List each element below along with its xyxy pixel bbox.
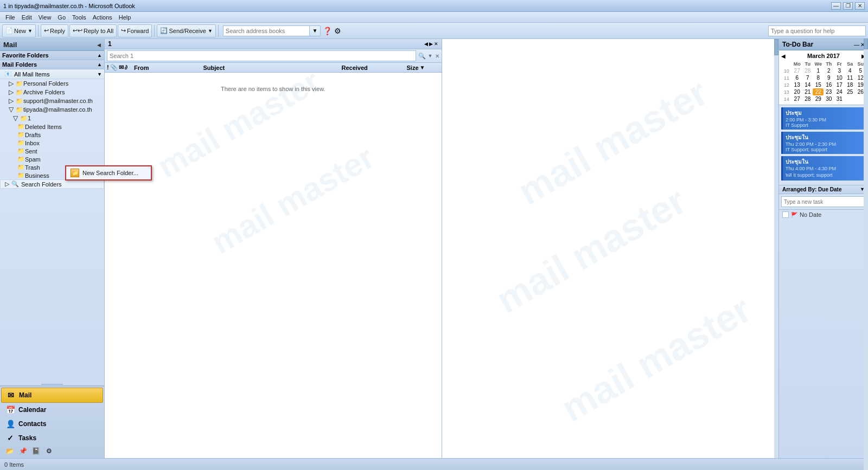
favorite-folders-section[interactable]: Favorite Folders ▲ [0, 51, 104, 60]
cal-day[interactable]: 15 [813, 81, 824, 88]
sidebar-item-spam[interactable]: 📁 Spam [0, 155, 104, 163]
all-mail-items[interactable]: 📧 All Mail Items ▼ [0, 69, 104, 79]
nav-calendar[interactable]: 📅 Calendar [1, 403, 103, 417]
middle-prev-btn[interactable]: ◀ [424, 41, 428, 47]
search-close-btn[interactable]: ✕ [435, 53, 439, 59]
col-header-received[interactable]: Received [342, 65, 407, 71]
appointment-3[interactable]: ประชุมใน Thu 4:00 PM - 4:30 PM พส it sup… [781, 156, 866, 181]
sidebar-item-personal-folders[interactable]: ▷ 📁 Personal Folders [0, 79, 104, 88]
maximize-btn[interactable]: ❐ [843, 2, 853, 10]
search-filter-btn[interactable]: ▼ [428, 53, 433, 59]
nav-small-folders[interactable]: 📂 [4, 446, 15, 456]
cal-day-today[interactable]: 22 [813, 88, 824, 95]
cal-day[interactable]: 17 [834, 81, 845, 88]
col-header-size[interactable]: Size ▼ [407, 65, 439, 71]
middle-close-btn[interactable]: ✕ [434, 41, 438, 47]
cal-day[interactable]: 28 [802, 67, 813, 74]
favorite-expand-icon[interactable]: ▲ [97, 53, 102, 58]
cal-prev-btn[interactable]: ◀ [781, 53, 786, 59]
nav-contacts[interactable]: 👤 Contacts [1, 417, 103, 431]
menu-tools[interactable]: Tools [69, 14, 90, 21]
cal-day[interactable]: 2 [824, 67, 834, 74]
menu-file[interactable]: File [2, 14, 18, 21]
all-mail-expand[interactable]: ▼ [97, 72, 102, 77]
cal-day[interactable]: 23 [824, 88, 834, 95]
cal-day[interactable]: 10 [834, 74, 845, 81]
menu-actions[interactable]: Actions [90, 14, 116, 21]
forward-button[interactable]: ↪ Forward [118, 24, 152, 37]
cal-day[interactable]: 27 [792, 95, 802, 102]
menu-go[interactable]: Go [54, 14, 69, 21]
reply-button[interactable]: ↩ Reply [41, 24, 68, 37]
send-receive-dropdown[interactable]: ▼ [208, 28, 213, 34]
sidebar-collapse-btn[interactable]: ◀ [97, 42, 101, 48]
cal-day[interactable]: 18 [845, 81, 855, 88]
sidebar-item-deleted[interactable]: 📁 Deleted Items [0, 123, 104, 131]
new-button[interactable]: 📄 New ▼ [2, 24, 36, 37]
send-receive-button[interactable]: 🔄 Send/Receive ▼ [157, 24, 215, 37]
nav-mail[interactable]: ✉ Mail [1, 388, 103, 403]
new-search-folder-btn[interactable]: 📁 New Search Folder... [66, 166, 104, 179]
cal-day[interactable]: 27 [792, 67, 802, 74]
cal-day[interactable]: 31 [834, 95, 845, 102]
search-input[interactable] [107, 50, 416, 61]
cal-day[interactable]: 11 [845, 74, 855, 81]
search-action-btn[interactable]: ⚙ [334, 27, 341, 35]
todo-scrollbar[interactable] [864, 38, 868, 470]
search-books-input[interactable] [223, 25, 310, 36]
menu-help[interactable]: Help [116, 14, 135, 21]
sidebar-item-support[interactable]: ▷ 📁 support@mailmaster.co.th [0, 96, 104, 105]
cal-day[interactable]: 30 [824, 95, 834, 102]
cal-day[interactable]: 9 [824, 74, 834, 81]
new-task-input[interactable] [781, 196, 866, 207]
cal-day[interactable]: 4 [845, 67, 855, 74]
cal-day[interactable]: 29 [813, 95, 824, 102]
nav-small-journal[interactable]: 📓 [30, 446, 41, 456]
cal-day[interactable]: 14 [802, 81, 813, 88]
cal-day[interactable]: 25 [845, 88, 855, 95]
sidebar-item-archive-folders[interactable]: ▷ 📁 Archive Folders [0, 88, 104, 96]
appointment-2[interactable]: ประชุมใน Thu 2:00 PM - 2:30 PM IT Suppor… [781, 132, 866, 154]
col-header-subject[interactable]: Subject [203, 65, 342, 71]
cal-day[interactable]: 1 [813, 67, 824, 74]
sidebar-item-inbox[interactable]: 📁 Inbox [0, 139, 104, 147]
sidebar-item-sent[interactable]: 📁 Sent [0, 147, 104, 155]
mail-folders-expand-icon[interactable]: ▲ [97, 62, 102, 67]
nav-small-shortcuts[interactable]: 📌 [17, 446, 28, 456]
sidebar-item-search-folders[interactable]: ▷ 🔍 Search Folders [0, 179, 104, 189]
cal-day[interactable]: 8 [813, 74, 824, 81]
search-books-dropdown[interactable]: ▼ [310, 25, 321, 36]
cal-day[interactable]: 16 [824, 81, 834, 88]
mail-folders-section[interactable]: Mail Folders ▲ [0, 60, 104, 69]
reading-scrollbar-thumb[interactable] [774, 39, 778, 55]
appointment-1[interactable]: ประชุม 2:00 PM - 3:30 PM IT Support [781, 107, 866, 130]
sidebar-item-tipyada[interactable]: ▽ 📁 tipyada@mailmaster.co.th [0, 105, 104, 114]
nav-configure[interactable]: ⚙ [43, 446, 54, 456]
no-date-row[interactable]: 🚩 No Date [779, 210, 868, 220]
nav-tasks[interactable]: ✓ Tasks [1, 431, 103, 445]
search-btn[interactable]: 🔍 [418, 53, 426, 60]
cal-day[interactable]: 3 [834, 67, 845, 74]
middle-next-btn[interactable]: ▶ [429, 41, 433, 47]
no-date-checkbox[interactable] [782, 211, 789, 218]
cal-day[interactable]: 6 [792, 74, 802, 81]
window-controls[interactable]: — ❐ ✕ [831, 2, 865, 10]
cal-day[interactable]: 24 [834, 88, 845, 95]
cal-day[interactable]: 13 [792, 81, 802, 88]
reply-all-button[interactable]: ↩↩ Reply to All [69, 24, 117, 37]
col-header-from[interactable]: From [134, 65, 203, 71]
menu-edit[interactable]: Edit [18, 14, 35, 21]
sidebar-item-drafts[interactable]: 📁 Drafts [0, 131, 104, 139]
col-header-icons[interactable]: ! 📎 ✉ ∂ [107, 64, 134, 71]
close-btn[interactable]: ✕ [855, 2, 865, 10]
cal-day[interactable]: 21 [802, 88, 813, 95]
cal-day[interactable]: 28 [802, 95, 813, 102]
cal-day[interactable]: 20 [792, 88, 802, 95]
cal-day[interactable]: 7 [802, 74, 813, 81]
menu-view[interactable]: View [35, 14, 55, 21]
help-input[interactable] [768, 25, 866, 36]
search-help-btn[interactable]: ❓ [323, 27, 332, 35]
todo-minimize-btn[interactable]: — [854, 42, 859, 48]
reading-scrollbar[interactable] [774, 39, 778, 458]
sidebar-item-folder1[interactable]: ▽ 📁 1 [0, 114, 104, 123]
